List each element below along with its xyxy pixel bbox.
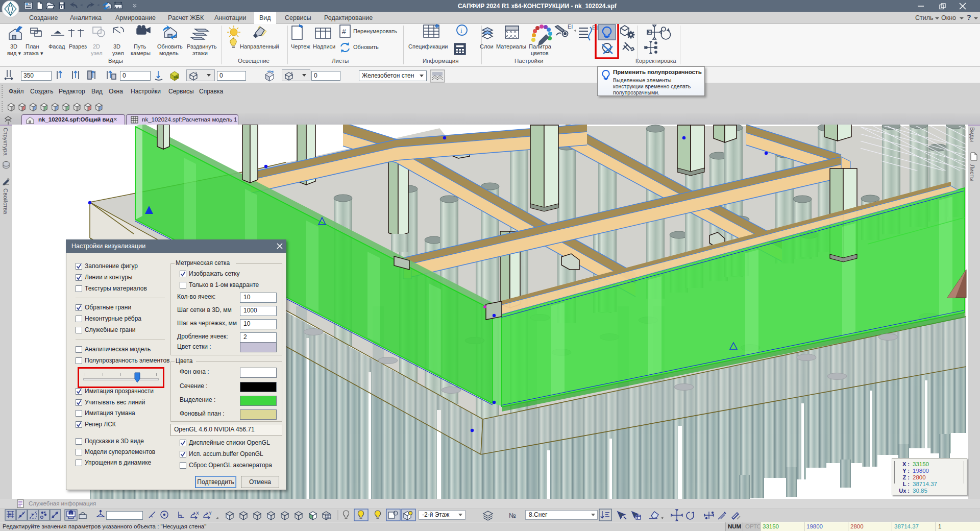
svg-text:Y: Y bbox=[209, 511, 212, 516]
svg-text:№: № bbox=[509, 512, 516, 519]
svg-text:#: # bbox=[342, 28, 346, 36]
svg-text:X: X bbox=[196, 511, 199, 516]
svg-text:i: i bbox=[460, 27, 462, 34]
svg-text:EI: EI bbox=[568, 24, 573, 30]
